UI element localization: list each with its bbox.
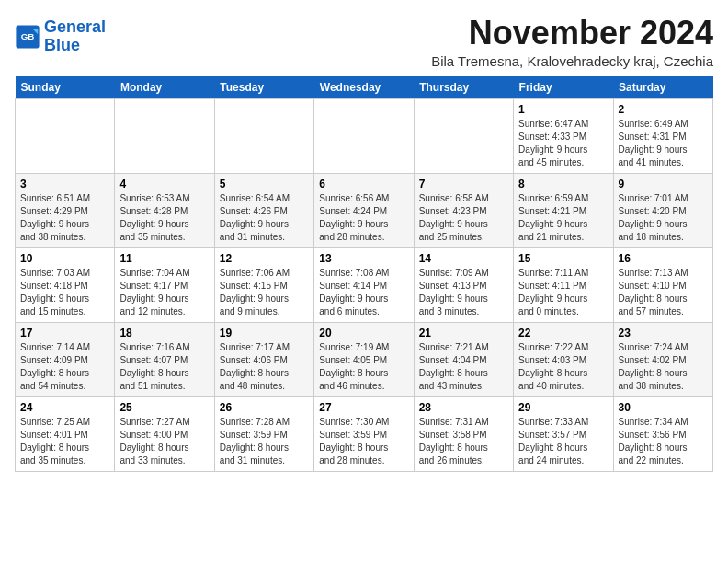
calendar-cell: 15Sunrise: 7:11 AM Sunset: 4:11 PM Dayli… bbox=[514, 247, 613, 322]
day-info: Sunrise: 6:49 AM Sunset: 4:31 PM Dayligh… bbox=[619, 118, 708, 169]
week-row-4: 17Sunrise: 7:14 AM Sunset: 4:09 PM Dayli… bbox=[16, 322, 713, 396]
calendar-cell: 1Sunrise: 6:47 AM Sunset: 4:33 PM Daylig… bbox=[514, 98, 613, 173]
weekday-header-monday: Monday bbox=[115, 76, 214, 99]
day-number: 16 bbox=[619, 252, 708, 265]
day-number: 12 bbox=[220, 252, 309, 265]
day-number: 24 bbox=[20, 401, 109, 414]
day-number: 25 bbox=[119, 401, 209, 414]
day-info: Sunrise: 6:47 AM Sunset: 4:33 PM Dayligh… bbox=[518, 118, 608, 169]
day-info: Sunrise: 7:21 AM Sunset: 4:04 PM Dayligh… bbox=[419, 341, 508, 393]
day-info: Sunrise: 7:16 AM Sunset: 4:07 PM Dayligh… bbox=[119, 341, 209, 393]
logo-line1: General bbox=[44, 17, 106, 36]
calendar-cell bbox=[414, 98, 513, 173]
day-number: 2 bbox=[619, 103, 708, 116]
day-info: Sunrise: 7:03 AM Sunset: 4:18 PM Dayligh… bbox=[20, 267, 109, 318]
day-number: 26 bbox=[220, 401, 309, 414]
day-number: 22 bbox=[518, 327, 608, 339]
calendar-cell: 29Sunrise: 7:33 AM Sunset: 3:57 PM Dayli… bbox=[514, 396, 613, 471]
day-number: 9 bbox=[619, 178, 708, 190]
month-title: November 2024 bbox=[431, 15, 713, 52]
calendar-cell: 8Sunrise: 6:59 AM Sunset: 4:21 PM Daylig… bbox=[514, 173, 613, 247]
day-number: 7 bbox=[419, 178, 508, 190]
day-number: 3 bbox=[20, 178, 109, 190]
day-info: Sunrise: 7:24 AM Sunset: 4:02 PM Dayligh… bbox=[619, 341, 708, 393]
calendar-cell: 7Sunrise: 6:58 AM Sunset: 4:23 PM Daylig… bbox=[414, 173, 513, 247]
day-info: Sunrise: 7:31 AM Sunset: 3:58 PM Dayligh… bbox=[419, 416, 508, 467]
weekday-header-row: SundayMondayTuesdayWednesdayThursdayFrid… bbox=[16, 76, 713, 99]
day-info: Sunrise: 7:09 AM Sunset: 4:13 PM Dayligh… bbox=[419, 267, 508, 318]
day-info: Sunrise: 6:53 AM Sunset: 4:28 PM Dayligh… bbox=[119, 192, 209, 244]
day-number: 21 bbox=[419, 327, 508, 339]
day-number: 18 bbox=[119, 327, 209, 339]
calendar-cell: 25Sunrise: 7:27 AM Sunset: 4:00 PM Dayli… bbox=[115, 396, 214, 471]
day-info: Sunrise: 6:58 AM Sunset: 4:23 PM Dayligh… bbox=[419, 192, 508, 244]
day-number: 14 bbox=[419, 252, 508, 265]
weekday-header-tuesday: Tuesday bbox=[214, 76, 313, 99]
calendar-cell: 9Sunrise: 7:01 AM Sunset: 4:20 PM Daylig… bbox=[613, 173, 712, 247]
calendar-cell: 10Sunrise: 7:03 AM Sunset: 4:18 PM Dayli… bbox=[16, 247, 115, 322]
day-info: Sunrise: 7:34 AM Sunset: 3:56 PM Dayligh… bbox=[619, 416, 708, 467]
calendar-cell: 4Sunrise: 6:53 AM Sunset: 4:28 PM Daylig… bbox=[115, 173, 214, 247]
calendar-cell: 3Sunrise: 6:51 AM Sunset: 4:29 PM Daylig… bbox=[16, 173, 115, 247]
day-number: 29 bbox=[518, 401, 608, 414]
svg-text:GB: GB bbox=[21, 31, 35, 41]
calendar-cell: 18Sunrise: 7:16 AM Sunset: 4:07 PM Dayli… bbox=[115, 322, 214, 396]
logo-line2: Blue bbox=[44, 36, 80, 54]
day-info: Sunrise: 7:08 AM Sunset: 4:14 PM Dayligh… bbox=[319, 267, 408, 318]
day-number: 10 bbox=[20, 252, 109, 265]
calendar-cell bbox=[16, 98, 115, 173]
day-number: 23 bbox=[619, 327, 708, 339]
day-number: 27 bbox=[319, 401, 408, 414]
title-block: November 2024 Bila Tremesna, Kralovehrad… bbox=[431, 15, 713, 69]
weekday-header-saturday: Saturday bbox=[613, 76, 712, 99]
day-number: 5 bbox=[220, 178, 309, 190]
calendar-cell: 28Sunrise: 7:31 AM Sunset: 3:58 PM Dayli… bbox=[414, 396, 513, 471]
day-info: Sunrise: 7:14 AM Sunset: 4:09 PM Dayligh… bbox=[20, 341, 109, 393]
calendar: SundayMondayTuesdayWednesdayThursdayFrid… bbox=[15, 76, 713, 472]
calendar-cell: 19Sunrise: 7:17 AM Sunset: 4:06 PM Dayli… bbox=[214, 322, 313, 396]
day-info: Sunrise: 7:33 AM Sunset: 3:57 PM Dayligh… bbox=[518, 416, 608, 467]
week-row-1: 1Sunrise: 6:47 AM Sunset: 4:33 PM Daylig… bbox=[16, 98, 713, 173]
subtitle: Bila Tremesna, Kralovehradecky kraj, Cze… bbox=[431, 53, 713, 69]
day-number: 20 bbox=[319, 327, 408, 339]
day-info: Sunrise: 6:51 AM Sunset: 4:29 PM Dayligh… bbox=[20, 192, 109, 244]
logo-text: General Blue bbox=[44, 18, 106, 55]
weekday-header-sunday: Sunday bbox=[16, 76, 115, 99]
day-number: 6 bbox=[319, 178, 408, 190]
day-number: 4 bbox=[119, 178, 209, 190]
calendar-cell: 16Sunrise: 7:13 AM Sunset: 4:10 PM Dayli… bbox=[613, 247, 712, 322]
calendar-cell: 23Sunrise: 7:24 AM Sunset: 4:02 PM Dayli… bbox=[613, 322, 712, 396]
day-number: 17 bbox=[20, 327, 109, 339]
day-number: 19 bbox=[220, 327, 309, 339]
calendar-cell: 20Sunrise: 7:19 AM Sunset: 4:05 PM Dayli… bbox=[314, 322, 414, 396]
day-info: Sunrise: 7:22 AM Sunset: 4:03 PM Dayligh… bbox=[518, 341, 608, 393]
day-info: Sunrise: 7:06 AM Sunset: 4:15 PM Dayligh… bbox=[220, 267, 309, 318]
week-row-2: 3Sunrise: 6:51 AM Sunset: 4:29 PM Daylig… bbox=[16, 173, 713, 247]
day-number: 1 bbox=[518, 103, 608, 116]
day-info: Sunrise: 7:30 AM Sunset: 3:59 PM Dayligh… bbox=[319, 416, 408, 467]
day-info: Sunrise: 7:04 AM Sunset: 4:17 PM Dayligh… bbox=[119, 267, 209, 318]
day-number: 11 bbox=[119, 252, 209, 265]
calendar-cell bbox=[214, 98, 313, 173]
day-info: Sunrise: 7:01 AM Sunset: 4:20 PM Dayligh… bbox=[619, 192, 708, 244]
calendar-cell: 22Sunrise: 7:22 AM Sunset: 4:03 PM Dayli… bbox=[514, 322, 613, 396]
calendar-cell bbox=[314, 98, 414, 173]
day-number: 8 bbox=[518, 178, 608, 190]
day-number: 13 bbox=[319, 252, 408, 265]
weekday-header-thursday: Thursday bbox=[414, 76, 513, 99]
day-info: Sunrise: 7:17 AM Sunset: 4:06 PM Dayligh… bbox=[220, 341, 309, 393]
weekday-header-wednesday: Wednesday bbox=[314, 76, 414, 99]
week-row-3: 10Sunrise: 7:03 AM Sunset: 4:18 PM Dayli… bbox=[16, 247, 713, 322]
day-info: Sunrise: 7:19 AM Sunset: 4:05 PM Dayligh… bbox=[319, 341, 408, 393]
day-info: Sunrise: 6:54 AM Sunset: 4:26 PM Dayligh… bbox=[220, 192, 309, 244]
calendar-cell: 11Sunrise: 7:04 AM Sunset: 4:17 PM Dayli… bbox=[115, 247, 214, 322]
week-row-5: 24Sunrise: 7:25 AM Sunset: 4:01 PM Dayli… bbox=[16, 396, 713, 471]
day-info: Sunrise: 6:56 AM Sunset: 4:24 PM Dayligh… bbox=[319, 192, 408, 244]
calendar-cell: 6Sunrise: 6:56 AM Sunset: 4:24 PM Daylig… bbox=[314, 173, 414, 247]
day-info: Sunrise: 7:28 AM Sunset: 3:59 PM Dayligh… bbox=[220, 416, 309, 467]
day-info: Sunrise: 7:27 AM Sunset: 4:00 PM Dayligh… bbox=[119, 416, 209, 467]
day-info: Sunrise: 7:13 AM Sunset: 4:10 PM Dayligh… bbox=[619, 267, 708, 318]
calendar-cell: 14Sunrise: 7:09 AM Sunset: 4:13 PM Dayli… bbox=[414, 247, 513, 322]
logo-icon: GB bbox=[15, 24, 40, 50]
day-info: Sunrise: 6:59 AM Sunset: 4:21 PM Dayligh… bbox=[518, 192, 608, 244]
